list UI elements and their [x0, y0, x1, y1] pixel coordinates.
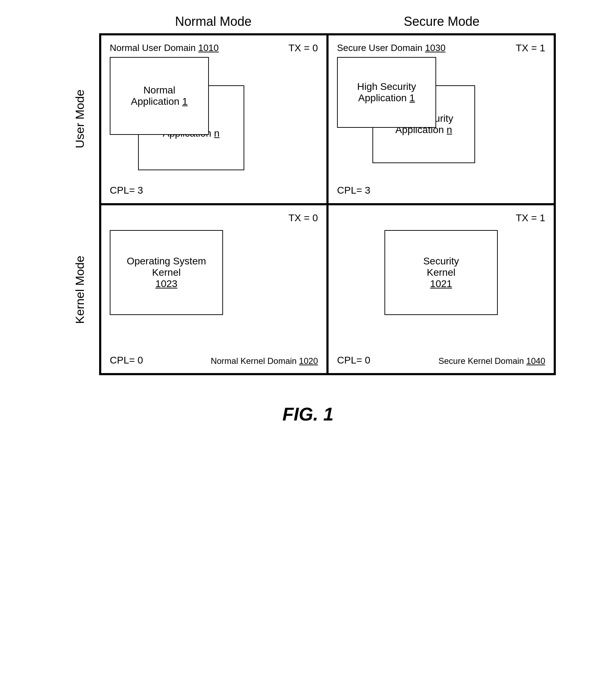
- security-kernel-box: Security Kernel 1021: [384, 230, 498, 315]
- cell-normal-kernel-domain: TX = 0 CPL= 0 Operating System Kernel 10…: [100, 204, 327, 374]
- security-kernel-line2: Kernel: [427, 267, 456, 278]
- normal-kernel-tx: TX = 0: [289, 212, 318, 224]
- normal-user-domain-label: Normal User Domain 1010: [110, 42, 318, 53]
- normal-kernel-cpl: CPL= 0: [110, 355, 143, 366]
- kernel-mode-label: Kernel Mode: [60, 204, 99, 375]
- cell-secure-user-domain: Secure User Domain 1030 TX = 1 CPL= 3 Hi…: [327, 34, 555, 204]
- security-kernel-line1: Security: [423, 256, 459, 267]
- diagram-container: Normal Mode Secure Mode User Mode Kernel…: [60, 14, 556, 425]
- normal-app-boxes: Normal Application 1 Normal Application …: [110, 57, 318, 177]
- security-kernel-num: 1021: [430, 278, 452, 289]
- user-mode-label: User Mode: [60, 33, 99, 204]
- secure-app-n-num: n: [447, 124, 452, 135]
- os-kernel-line1: Operating System: [127, 256, 206, 267]
- os-kernel-box: Operating System Kernel 1023: [110, 230, 223, 315]
- secure-app-boxes: High Security Application 1 High Securit…: [337, 57, 545, 177]
- normal-app-1-line1: Normal: [143, 85, 175, 96]
- secure-app-1-num: 1: [410, 92, 415, 103]
- secure-user-tx: TX = 1: [516, 42, 545, 54]
- secure-app-1-line2: Application: [358, 92, 410, 103]
- normal-mode-header: Normal Mode: [99, 14, 327, 33]
- cell-normal-user-domain: Normal User Domain 1010 TX = 0 CPL= 3 No…: [100, 34, 327, 204]
- secure-kernel-domain-label: Secure Kernel Domain 1040: [438, 356, 545, 366]
- secure-user-cpl: CPL= 3: [337, 185, 370, 196]
- cell-secure-kernel-domain: TX = 1 CPL= 0 Security Kernel 1021 Secur…: [327, 204, 555, 374]
- os-kernel-line2: Kernel: [152, 267, 181, 278]
- os-kernel-num: 1023: [155, 278, 177, 289]
- normal-kernel-domain-label: Normal Kernel Domain 1020: [211, 356, 318, 366]
- secure-kernel-cpl: CPL= 0: [337, 355, 370, 366]
- secure-user-domain-label: Secure User Domain 1030: [337, 42, 545, 53]
- secure-kernel-tx: TX = 1: [516, 212, 545, 224]
- normal-app-n-num: n: [214, 128, 220, 139]
- normal-app-1-num: 1: [182, 96, 188, 107]
- secure-mode-header: Secure Mode: [327, 14, 556, 33]
- row-labels: User Mode Kernel Mode: [60, 33, 99, 375]
- secure-app-1-line1: High Security: [357, 81, 416, 92]
- main-grid-wrapper: User Mode Kernel Mode Normal User Domain…: [60, 33, 556, 375]
- normal-user-tx: TX = 0: [289, 42, 318, 54]
- normal-app-1-box: Normal Application 1: [110, 57, 209, 135]
- column-headers: Normal Mode Secure Mode: [60, 14, 556, 33]
- normal-user-cpl: CPL= 3: [110, 185, 143, 196]
- normal-app-1-line2: Application: [131, 96, 182, 107]
- fig-label: FIG. 1: [283, 404, 333, 425]
- main-grid: Normal User Domain 1010 TX = 0 CPL= 3 No…: [99, 33, 556, 375]
- secure-app-1-box: High Security Application 1: [337, 57, 436, 128]
